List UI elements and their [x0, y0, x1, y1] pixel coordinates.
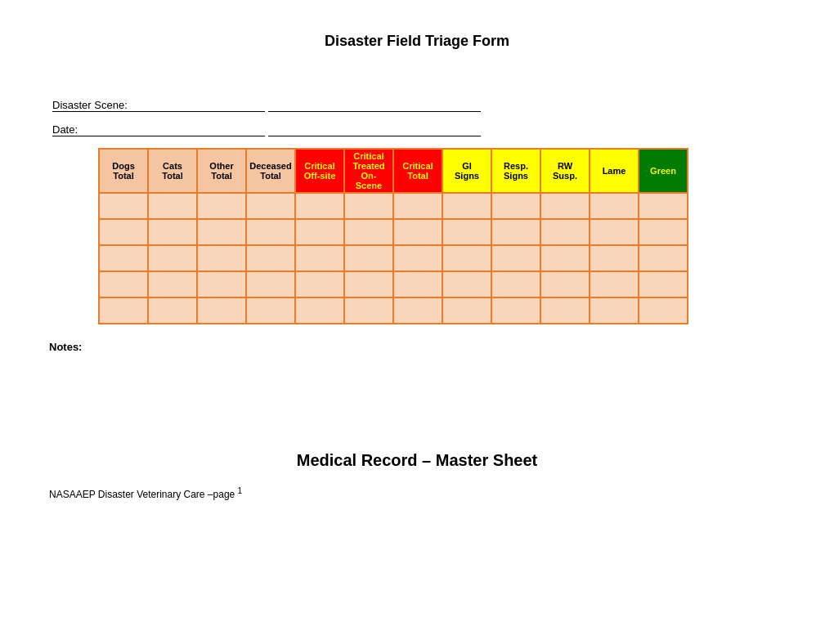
cell[interactable] — [540, 219, 590, 245]
cell[interactable] — [148, 271, 197, 297]
cell[interactable] — [148, 193, 197, 219]
cell[interactable] — [197, 219, 246, 245]
date-field: Date: — [49, 123, 785, 136]
cell[interactable] — [295, 245, 344, 271]
cell[interactable] — [295, 297, 344, 324]
col-lame: Lame — [590, 149, 639, 193]
col-critical-offsite: CriticalOff-site — [295, 149, 344, 193]
cell[interactable] — [197, 297, 246, 324]
date-label: Date: — [52, 123, 265, 136]
cell[interactable] — [148, 245, 197, 271]
cell[interactable] — [393, 297, 442, 324]
cell[interactable] — [540, 245, 590, 271]
cell[interactable] — [442, 219, 491, 245]
col-green: Green — [639, 149, 688, 193]
cell[interactable] — [295, 271, 344, 297]
cell[interactable] — [639, 193, 688, 219]
table-row — [99, 219, 688, 245]
cell[interactable] — [246, 271, 295, 297]
cell[interactable] — [246, 297, 295, 324]
triage-table: DogsTotal CatsTotal OtherTotal DeceasedT… — [98, 148, 688, 324]
cell[interactable] — [99, 219, 148, 245]
table-row — [99, 245, 688, 271]
cell[interactable] — [491, 297, 540, 324]
cell[interactable] — [639, 271, 688, 297]
cell[interactable] — [442, 193, 491, 219]
col-rw-susp: RWSusp. — [540, 149, 590, 193]
cell[interactable] — [99, 271, 148, 297]
bottom-title: Medical Record – Master Sheet — [49, 451, 785, 470]
cell[interactable] — [344, 193, 393, 219]
cell[interactable] — [246, 219, 295, 245]
col-deceased-total: DeceasedTotal — [246, 149, 295, 193]
cell[interactable] — [295, 193, 344, 219]
cell[interactable] — [99, 297, 148, 324]
notes-label: Notes: — [49, 341, 82, 353]
col-resp-signs: Resp.Signs — [491, 149, 540, 193]
cell[interactable] — [197, 271, 246, 297]
cell[interactable] — [639, 245, 688, 271]
table-header-row: DogsTotal CatsTotal OtherTotal DeceasedT… — [99, 149, 688, 193]
table-row — [99, 193, 688, 219]
cell[interactable] — [295, 219, 344, 245]
cell[interactable] — [344, 219, 393, 245]
triage-table-section: DogsTotal CatsTotal OtherTotal DeceasedT… — [98, 148, 785, 324]
col-gi-signs: GISigns — [442, 149, 491, 193]
cell[interactable] — [442, 297, 491, 324]
cell[interactable] — [197, 193, 246, 219]
notes-section: Notes: — [49, 341, 785, 353]
cell[interactable] — [148, 297, 197, 324]
footer-label: NASAAEP Disaster Veterinary Care –page 1 — [49, 489, 242, 500]
cell[interactable] — [99, 193, 148, 219]
footer-text: NASAAEP Disaster Veterinary Care –page 1 — [49, 486, 785, 500]
cell[interactable] — [246, 193, 295, 219]
cell[interactable] — [540, 271, 590, 297]
cell[interactable] — [639, 297, 688, 324]
cell[interactable] — [491, 193, 540, 219]
cell[interactable] — [590, 271, 639, 297]
cell[interactable] — [639, 219, 688, 245]
col-other-total: OtherTotal — [197, 149, 246, 193]
cell[interactable] — [590, 245, 639, 271]
col-cats-total: CatsTotal — [148, 149, 197, 193]
cell[interactable] — [491, 271, 540, 297]
disaster-scene-field: Disaster Scene: — [49, 99, 785, 112]
cell[interactable] — [491, 219, 540, 245]
cell[interactable] — [393, 219, 442, 245]
cell[interactable] — [442, 271, 491, 297]
cell[interactable] — [491, 245, 540, 271]
cell[interactable] — [590, 297, 639, 324]
cell[interactable] — [197, 245, 246, 271]
cell[interactable] — [344, 271, 393, 297]
table-row — [99, 271, 688, 297]
cell[interactable] — [344, 245, 393, 271]
disaster-scene-line — [268, 99, 481, 112]
col-critical-total: CriticalTotal — [393, 149, 442, 193]
table-row — [99, 297, 688, 324]
cell[interactable] — [540, 193, 590, 219]
cell[interactable] — [393, 245, 442, 271]
cell[interactable] — [148, 219, 197, 245]
date-line — [268, 123, 481, 136]
cell[interactable] — [393, 193, 442, 219]
cell[interactable] — [590, 193, 639, 219]
col-critical-treated: CriticalTreatedOn-Scene — [344, 149, 393, 193]
cell[interactable] — [590, 219, 639, 245]
cell[interactable] — [99, 245, 148, 271]
col-dogs-total: DogsTotal — [99, 149, 148, 193]
cell[interactable] — [393, 271, 442, 297]
cell[interactable] — [540, 297, 590, 324]
disaster-scene-label: Disaster Scene: — [52, 99, 265, 112]
cell[interactable] — [344, 297, 393, 324]
cell[interactable] — [442, 245, 491, 271]
cell[interactable] — [246, 245, 295, 271]
page-title: Disaster Field Triage Form — [49, 33, 785, 50]
